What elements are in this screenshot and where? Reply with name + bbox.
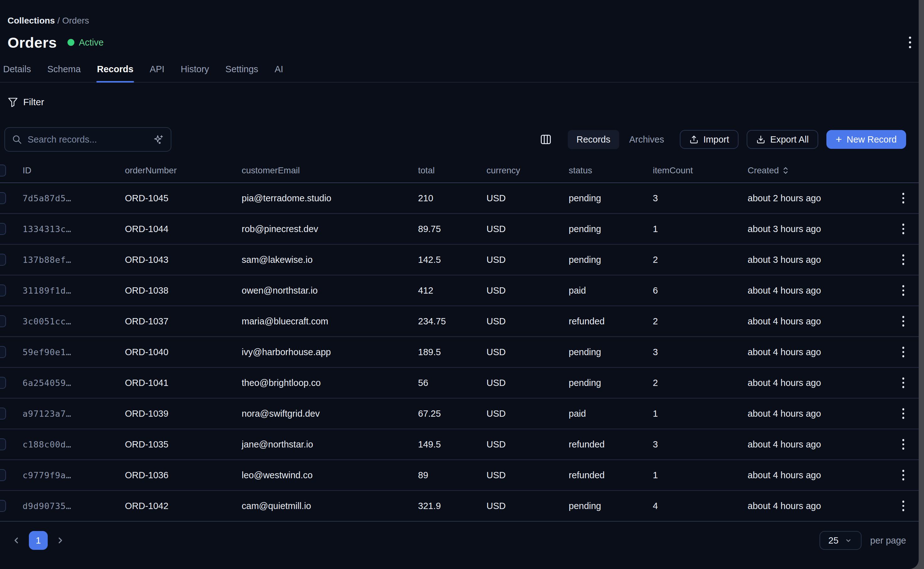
column-header-itemcount[interactable]: itemCount xyxy=(653,166,748,175)
breadcrumb-separator: / xyxy=(58,16,62,26)
table-row[interactable]: 7d5a87d5…ORD-1045pia@terradome.studio210… xyxy=(0,183,919,214)
table-row[interactable]: 137b88ef…ORD-1043sam@lakewise.io142.5USD… xyxy=(0,245,919,275)
row-checkbox[interactable] xyxy=(0,254,6,266)
row-checkbox[interactable] xyxy=(0,346,6,358)
column-header-id[interactable]: ID xyxy=(23,166,125,175)
per-page-value: 25 xyxy=(828,536,838,546)
prev-page-button[interactable] xyxy=(9,533,24,548)
table-row[interactable]: c188c00d…ORD-1035jane@northstar.io149.5U… xyxy=(0,429,919,460)
table-row[interactable]: 3c0051cc…ORD-1037maria@bluecraft.com234.… xyxy=(0,306,919,337)
table-row[interactable]: 6a254059…ORD-1041theo@brightloop.co56USD… xyxy=(0,368,919,399)
table-row[interactable]: 1334313c…ORD-1044rob@pinecrest.dev89.75U… xyxy=(0,214,919,245)
sort-icon[interactable] xyxy=(782,166,789,175)
row-menu-button[interactable] xyxy=(902,438,904,451)
column-header-customeremail[interactable]: customerEmail xyxy=(242,166,418,175)
row-status: pending xyxy=(569,193,653,204)
row-menu-button[interactable] xyxy=(902,192,904,205)
row-ordernumber: ORD-1036 xyxy=(125,470,242,481)
row-status: paid xyxy=(569,286,653,296)
page-number-button[interactable]: 1 xyxy=(29,531,48,550)
row-customeremail: nora@swiftgrid.dev xyxy=(242,409,418,419)
row-currency: USD xyxy=(487,501,569,511)
row-menu-button[interactable] xyxy=(902,376,904,389)
per-page-select[interactable]: 25 xyxy=(819,531,862,550)
view-toggle: Records Archives xyxy=(568,130,672,149)
import-button[interactable]: Import xyxy=(680,130,739,149)
view-archives[interactable]: Archives xyxy=(622,130,672,149)
table-row[interactable]: c9779f9a…ORD-1036leo@westwind.co89USDref… xyxy=(0,460,919,491)
tab-history[interactable]: History xyxy=(180,61,209,82)
row-total: 142.5 xyxy=(418,255,487,265)
row-checkbox[interactable] xyxy=(0,223,6,235)
row-total: 412 xyxy=(418,286,487,296)
column-header-total[interactable]: total xyxy=(418,166,487,175)
tab-records[interactable]: Records xyxy=(96,61,134,82)
table-row[interactable]: d9d90735…ORD-1042cam@quietmill.io321.9US… xyxy=(0,491,919,522)
table-row[interactable]: 59ef90e1…ORD-1040ivy@harborhouse.app189.… xyxy=(0,337,919,368)
row-id: 59ef90e1… xyxy=(23,347,125,357)
tab-schema[interactable]: Schema xyxy=(47,61,81,82)
row-menu-button[interactable] xyxy=(902,407,904,420)
row-id: d9d90735… xyxy=(23,501,125,511)
row-checkbox[interactable] xyxy=(0,192,6,204)
table-row[interactable]: 31189f1d…ORD-1038owen@northstar.io412USD… xyxy=(0,275,919,306)
export-all-button[interactable]: Export All xyxy=(746,130,818,149)
row-ordernumber: ORD-1037 xyxy=(125,316,242,327)
row-total: 89.75 xyxy=(418,224,487,234)
column-header-currency[interactable]: currency xyxy=(487,166,569,175)
row-created: about 4 hours ago xyxy=(748,316,879,327)
select-all-checkbox[interactable] xyxy=(0,164,6,176)
page-menu-button[interactable] xyxy=(906,32,914,53)
row-checkbox[interactable] xyxy=(0,408,6,420)
row-id: c9779f9a… xyxy=(23,470,125,480)
tab-details[interactable]: Details xyxy=(3,61,32,82)
row-created: about 3 hours ago xyxy=(748,224,879,234)
row-menu-button[interactable] xyxy=(902,500,904,513)
row-customeremail: sam@lakewise.io xyxy=(242,255,418,265)
chevron-down-icon xyxy=(844,536,853,545)
row-checkbox[interactable] xyxy=(0,469,6,481)
tab-settings[interactable]: Settings xyxy=(225,61,259,82)
breadcrumb: Collections / Orders xyxy=(0,16,919,26)
sparkles-icon[interactable] xyxy=(153,134,164,145)
columns-button[interactable] xyxy=(538,131,554,148)
column-header-created[interactable]: Created xyxy=(748,166,879,175)
row-customeremail: owen@northstar.io xyxy=(242,286,418,296)
row-menu-button[interactable] xyxy=(902,315,904,328)
download-icon xyxy=(756,135,766,144)
row-checkbox[interactable] xyxy=(0,500,6,512)
row-currency: USD xyxy=(487,470,569,481)
breadcrumb-collections[interactable]: Collections xyxy=(8,16,55,26)
column-header-status[interactable]: status xyxy=(569,166,653,175)
next-page-button[interactable] xyxy=(53,533,67,548)
tab-api[interactable]: API xyxy=(149,61,165,82)
column-header-ordernumber[interactable]: orderNumber xyxy=(125,166,242,175)
search-input[interactable] xyxy=(27,134,153,145)
row-menu-button[interactable] xyxy=(902,253,904,266)
row-currency: USD xyxy=(487,316,569,327)
plus-icon: + xyxy=(836,134,842,145)
row-menu-button[interactable] xyxy=(902,284,904,297)
row-id: 137b88ef… xyxy=(23,255,125,265)
app-panel: Collections / Orders Orders Active Detai… xyxy=(0,0,919,569)
row-checkbox[interactable] xyxy=(0,315,6,327)
row-checkbox[interactable] xyxy=(0,377,6,389)
row-ordernumber: ORD-1039 xyxy=(125,409,242,419)
row-menu-button[interactable] xyxy=(902,469,904,482)
row-ordernumber: ORD-1041 xyxy=(125,378,242,388)
row-total: 234.75 xyxy=(418,316,487,327)
filter-button[interactable]: Filter xyxy=(0,96,919,108)
row-checkbox[interactable] xyxy=(0,284,6,297)
view-records[interactable]: Records xyxy=(568,130,619,149)
search-box xyxy=(5,127,171,152)
new-record-button[interactable]: + New Record xyxy=(826,130,906,149)
row-total: 321.9 xyxy=(418,501,487,511)
row-menu-button[interactable] xyxy=(902,346,904,359)
row-menu-button[interactable] xyxy=(902,223,904,236)
table-row[interactable]: a97123a7…ORD-1039nora@swiftgrid.dev67.25… xyxy=(0,399,919,429)
row-checkbox[interactable] xyxy=(0,438,6,450)
row-currency: USD xyxy=(487,255,569,265)
row-created: about 4 hours ago xyxy=(748,286,879,296)
tab-ai[interactable]: AI xyxy=(274,61,284,82)
created-label: Created xyxy=(748,166,779,175)
